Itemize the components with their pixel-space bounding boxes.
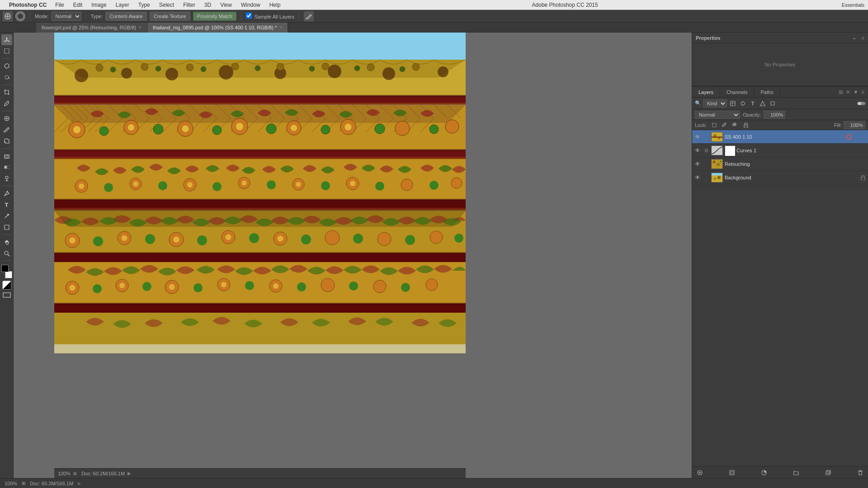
delete-layer-btn[interactable] [856,469,864,477]
add-adj-btn[interactable] [760,469,768,477]
crop-tool[interactable] [1,87,12,98]
svg-point-58 [153,124,163,134]
tab-channels[interactable]: Channels [720,87,754,97]
foreground-color-swatch[interactable] [1,265,9,272]
clone-stamp-tool[interactable] [1,136,12,146]
zoom-fit-icon[interactable]: ⊞ [73,471,77,476]
layer-row-retouching[interactable]: 👁 Retouching [692,157,868,171]
layer-name-ss400: SS 400 1 10 [725,134,866,140]
filter-kind-select[interactable]: Kind [703,99,727,108]
tab-layers[interactable]: Layers [692,87,720,97]
fill-input[interactable] [844,121,865,129]
mode-select[interactable]: Normal [52,12,81,21]
menu-layer[interactable]: Layer [114,1,131,9]
menu-help[interactable]: Help [268,1,282,9]
tool-divider-4 [2,148,11,149]
sample-all-checkbox[interactable] [246,13,252,19]
layer-row-curves[interactable]: 👁 ⛓ Curves 1 [692,144,868,157]
tab-thailand[interactable]: thailand_mg_0895.psd @ 100% (SS 400 1 10… [147,23,288,33]
zoom-fit-btn[interactable]: ⊞ [22,481,25,486]
properties-menu-btn[interactable]: ≡ [862,35,864,41]
filter-smart-btn[interactable] [769,99,777,108]
edit-icon[interactable] [304,11,314,21]
heal-tool-icon[interactable] [3,11,13,21]
lock-all-btn[interactable] [742,121,750,129]
properties-collapse-btn[interactable]: ⌄ [852,35,856,41]
marquee-tool[interactable] [1,46,12,56]
menu-image[interactable]: Image [90,1,108,9]
eraser-tool[interactable] [1,150,12,161]
svg-point-169 [717,176,721,179]
svg-point-40 [110,67,116,72]
layers-panel-icons: ⊞ ✕ ▼ ≡ [839,89,868,95]
brush-size-icon[interactable] [15,11,25,21]
filter-toggle[interactable] [857,99,865,108]
svg-point-103 [69,237,75,244]
menu-select[interactable]: Select [158,1,175,9]
tab-flowergirl-close[interactable]: × [139,25,142,30]
create-texture-button[interactable]: Create Texture [150,12,190,21]
essentials-button[interactable]: Essentials [842,2,864,8]
layer-eye-curves[interactable]: 👁 [694,147,701,154]
add-style-btn[interactable] [696,469,704,477]
brush-tool[interactable] [1,124,12,135]
zoom-tool[interactable] [1,248,12,259]
lock-position-btn[interactable] [730,121,738,129]
tab-flowergirl-label: flowergirl.psd @ 25% (Retouching, RGB/8) [42,25,136,30]
add-mask-btn[interactable] [728,469,736,477]
tab-paths[interactable]: Paths [755,87,780,97]
menu-view[interactable]: View [219,1,233,9]
heal-tool[interactable] [1,113,12,124]
create-group-btn[interactable] [792,469,800,477]
layers-panel-icon1[interactable]: ⊞ [839,89,843,95]
layers-panel-collapse[interactable]: ▼ [853,89,859,95]
layer-row-ss400[interactable]: 👁 SS 400 1 10 [692,130,868,144]
type-tool[interactable]: T [1,199,12,210]
shape-tool[interactable] [1,222,12,233]
eyedropper-tool[interactable] [1,98,12,109]
layer-eye-ss400[interactable]: 👁 [694,133,701,141]
menu-file[interactable]: File [54,1,65,9]
menu-type[interactable]: Type [137,1,151,9]
doc-size-arrow[interactable]: ▶ [127,471,131,476]
layers-panel-menu[interactable]: ≡ [861,89,864,95]
lock-paint-btn[interactable] [720,121,728,129]
menu-filter[interactable]: Filter [182,1,197,9]
lasso-tool[interactable] [1,61,12,71]
tab-flowergirl[interactable]: flowergirl.psd @ 25% (Retouching, RGB/8)… [36,23,147,33]
tab-thailand-close[interactable]: × [279,25,282,30]
move-tool[interactable] [1,34,12,45]
menu-window[interactable]: Window [240,1,262,9]
pen-tool[interactable] [1,188,12,199]
svg-point-163 [713,160,716,163]
quick-select-tool[interactable] [1,72,12,83]
layer-eye-background[interactable]: 👁 [694,174,701,181]
hand-tool[interactable] [1,237,12,248]
lock-transparent-btn[interactable] [710,121,718,129]
quick-mask-icon[interactable] [2,281,11,290]
screen-mode-icon[interactable] [2,292,11,298]
blend-mode-select[interactable]: Normal [695,111,740,119]
content-aware-button[interactable]: Content-Aware [105,12,146,21]
canvas[interactable] [54,33,466,353]
filter-type-btn[interactable]: T [749,99,757,108]
menu-edit[interactable]: Edit [72,1,84,9]
menu-3d[interactable]: 3D [203,1,212,9]
opacity-input[interactable] [764,111,785,119]
svg-point-63 [429,125,439,134]
filter-pixel-btn[interactable] [729,99,737,108]
gradient-tool[interactable] [1,162,12,173]
filter-shape-btn[interactable] [759,99,767,108]
create-layer-btn[interactable] [824,469,832,477]
path-select-tool[interactable] [1,211,12,221]
layer-eye-retouching[interactable]: 👁 [694,160,701,168]
status-doc-arrow[interactable]: ▶ [78,481,81,486]
svg-point-106 [226,235,231,240]
proximity-match-button[interactable]: Proximity Match [193,12,236,21]
svg-point-100 [325,230,340,245]
layer-row-background[interactable]: 👁 Background [692,171,868,184]
background-color-swatch[interactable] [5,271,12,278]
layers-panel-icon2[interactable]: ✕ [846,89,850,95]
dodge-tool[interactable] [1,173,12,184]
filter-adj-btn[interactable] [739,99,747,108]
